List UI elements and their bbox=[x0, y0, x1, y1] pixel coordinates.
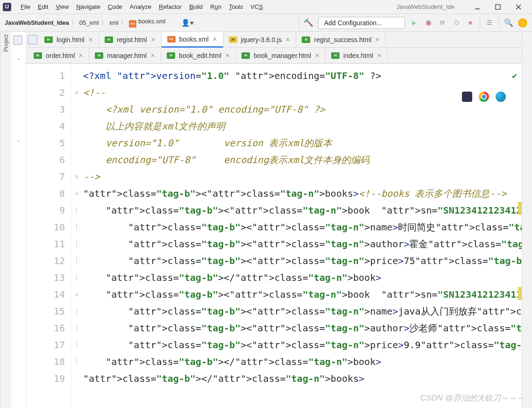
inspection-ok-icon[interactable]: ✔ bbox=[512, 67, 517, 84]
warning-stripe[interactable] bbox=[518, 202, 522, 215]
close-tab-icon[interactable]: ✕ bbox=[225, 52, 230, 59]
debug-button[interactable]: 🐞 bbox=[424, 18, 433, 28]
fold-column[interactable]: ⊖⊖⊖│││││⊖││││ bbox=[72, 64, 81, 408]
editor-tab[interactable]: <>books.xml✕ bbox=[162, 32, 223, 48]
close-tab-icon[interactable]: ✕ bbox=[150, 52, 155, 59]
code-line[interactable]: encoding="UTF-8" encoding表示xml文件本身的编码 bbox=[81, 151, 522, 168]
code-line[interactable]: "attr">class="tag-b"><"attr">class="tag-… bbox=[81, 202, 522, 219]
breadcrumb-part[interactable]: <>books.xml bbox=[129, 18, 166, 28]
editor-tab[interactable]: Hmanager.html✕ bbox=[89, 48, 161, 63]
menu-refactor[interactable]: Refactor bbox=[155, 3, 185, 10]
menu-view[interactable]: View bbox=[52, 3, 72, 10]
close-tab-icon[interactable]: ✕ bbox=[78, 52, 83, 59]
close-tab-icon[interactable]: ✕ bbox=[88, 36, 93, 43]
breadcrumb-part[interactable]: JavaWebStudent_Idea bbox=[5, 19, 69, 26]
window-minimize-button[interactable] bbox=[473, 3, 482, 11]
close-tab-icon[interactable]: ✕ bbox=[213, 36, 217, 43]
run-config-select[interactable]: Add Configuration... bbox=[318, 17, 405, 29]
menu-file[interactable]: File bbox=[17, 3, 34, 10]
fold-toggle-icon[interactable]: ⊖ bbox=[72, 84, 81, 101]
chrome-icon[interactable] bbox=[479, 92, 489, 102]
run-button[interactable]: ▶ bbox=[410, 18, 419, 28]
tab-label: login.html bbox=[57, 36, 85, 43]
tab-label: regist.html bbox=[117, 36, 147, 43]
line-number: 18 bbox=[26, 353, 68, 370]
close-tab-icon[interactable]: ✕ bbox=[151, 36, 156, 43]
editor-tab[interactable]: Hindex.html✕ bbox=[326, 48, 388, 63]
git-button[interactable]: ☰ bbox=[485, 18, 494, 28]
close-tab-icon[interactable]: ✕ bbox=[375, 36, 380, 43]
line-number: 5 bbox=[26, 135, 68, 151]
code-line[interactable]: "attr">class="tag-b"><"attr">class="tag-… bbox=[81, 219, 522, 236]
breadcrumb[interactable]: JavaWebStudent_Idea〉05_xml〉xml〉<>books.x… bbox=[5, 18, 165, 28]
project-tree-collapsed[interactable]: ⌄ › bbox=[11, 32, 26, 408]
editor-tab[interactable]: Hregist_success.html✕ bbox=[296, 32, 386, 47]
fold-guide bbox=[72, 118, 81, 135]
stop-button[interactable]: ■ bbox=[466, 18, 475, 28]
breadcrumb-part[interactable]: 05_xml bbox=[79, 19, 99, 26]
intellij-preview-icon[interactable] bbox=[462, 92, 472, 102]
project-view-icon[interactable] bbox=[13, 36, 22, 45]
fold-toggle-icon[interactable]: ⊖ bbox=[72, 168, 81, 185]
fold-guide: │ bbox=[72, 320, 81, 336]
code-line[interactable]: --> bbox=[81, 168, 522, 185]
fold-toggle-icon[interactable]: ⊖ bbox=[72, 286, 81, 303]
menu-analyze[interactable]: Analyze bbox=[126, 3, 155, 10]
line-number: 16 bbox=[26, 320, 68, 336]
code-line[interactable]: <!-- bbox=[81, 84, 522, 101]
line-number: 19 bbox=[26, 370, 68, 387]
update-available-icon[interactable]: ↑ bbox=[518, 18, 527, 28]
code-line[interactable]: <?xml "attr">version="1.0" "attr">encodi… bbox=[81, 67, 522, 84]
right-tool-stripe bbox=[522, 32, 532, 408]
chevron-right-icon[interactable]: › bbox=[18, 138, 20, 143]
editor-tab[interactable]: Hbook_manager.html✕ bbox=[236, 48, 326, 63]
editor-tab[interactable]: Horder.html✕ bbox=[28, 48, 89, 63]
fold-toggle-icon[interactable]: ⊖ bbox=[72, 185, 81, 202]
tab-label: books.xml bbox=[179, 36, 209, 43]
code-line[interactable]: "attr">class="tag-b"><"attr">class="tag-… bbox=[81, 236, 522, 252]
code-line[interactable]: "attr">class="tag-b"></"attr">class="tag… bbox=[81, 269, 522, 286]
code-line[interactable]: "attr">class="tag-b"><"attr">class="tag-… bbox=[81, 320, 522, 336]
breadcrumb-part[interactable]: xml bbox=[109, 19, 119, 26]
code-area[interactable]: <?xml "attr">version="1.0" "attr">encodi… bbox=[81, 64, 522, 408]
close-tab-icon[interactable]: ✕ bbox=[377, 52, 382, 59]
menu-code[interactable]: Code bbox=[104, 3, 126, 10]
menu-navigate[interactable]: Navigate bbox=[72, 3, 104, 10]
menu-run[interactable]: Run bbox=[206, 3, 225, 10]
menu-vcs[interactable]: VCS bbox=[247, 3, 267, 10]
editor-tab[interactable]: Hregist.html✕ bbox=[99, 32, 162, 47]
menu-tools[interactable]: Tools bbox=[225, 3, 247, 10]
window-maximize-button[interactable] bbox=[494, 3, 502, 11]
chevron-down-icon[interactable]: ⌄ bbox=[16, 55, 21, 61]
build-icon[interactable]: 🔨 bbox=[304, 18, 313, 28]
editor-tab[interactable]: Hbook_edit.html✕ bbox=[161, 48, 236, 63]
code-line[interactable]: 以上内容就是xml文件的声明 bbox=[81, 118, 522, 135]
code-line[interactable]: "attr">class="tag-b"><"attr">class="tag-… bbox=[81, 336, 522, 353]
code-line[interactable]: "attr">class="tag-b"><"attr">class="tag-… bbox=[81, 252, 522, 269]
code-line[interactable]: <?xml version="1.0" encoding="UTF-8" ?> bbox=[81, 101, 522, 118]
coverage-button[interactable]: ⟳ bbox=[438, 18, 447, 28]
editor-tab[interactable]: JSjquery-3.6.0.js✕ bbox=[223, 32, 297, 47]
code-line[interactable]: "attr">class="tag-b"><"attr">class="tag-… bbox=[81, 303, 522, 320]
project-tool-stripe[interactable]: Project bbox=[0, 32, 11, 408]
edge-icon[interactable] bbox=[496, 92, 506, 102]
close-tab-icon[interactable]: ✕ bbox=[315, 52, 319, 59]
code-line[interactable]: "attr">class="tag-b"></"attr">class="tag… bbox=[81, 353, 522, 370]
code-line[interactable]: "attr">class="tag-b"><"attr">class="tag-… bbox=[81, 286, 522, 303]
window-close-button[interactable] bbox=[514, 3, 523, 11]
search-everywhere-button[interactable]: 🔍 bbox=[504, 18, 513, 28]
editor-pane[interactable]: 12345678910111213141516171819 ⊖⊖⊖│││││⊖│… bbox=[26, 64, 522, 408]
tab-group-icon[interactable] bbox=[28, 35, 37, 44]
warning-stripe[interactable] bbox=[518, 287, 522, 300]
menu-build[interactable]: Build bbox=[185, 3, 206, 10]
fold-guide: │ bbox=[72, 269, 81, 286]
html-file-icon: H bbox=[105, 36, 113, 43]
editor-tab[interactable]: Hlogin.html✕ bbox=[39, 32, 99, 47]
code-line[interactable]: "attr">class="tag-b"></"attr">class="tag… bbox=[81, 370, 522, 387]
menu-edit[interactable]: Edit bbox=[34, 3, 52, 10]
user-icon[interactable]: 👤▾ bbox=[181, 19, 194, 27]
code-line[interactable]: "attr">class="tag-b"><"attr">class="tag-… bbox=[81, 185, 522, 202]
close-tab-icon[interactable]: ✕ bbox=[285, 36, 290, 43]
profile-button[interactable]: ⏲ bbox=[452, 18, 461, 28]
code-line[interactable]: version="1.0" version 表示xml的版本 bbox=[81, 135, 522, 151]
